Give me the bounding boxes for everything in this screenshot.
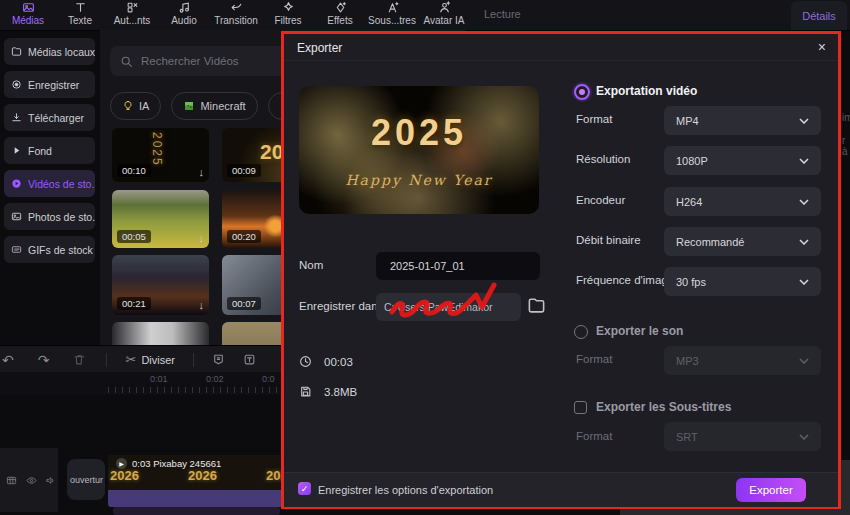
tab-filtres[interactable]: Filtres <box>262 1 314 26</box>
tab-sous-titres[interactable]: Sous...tres <box>366 1 418 26</box>
app-window: Médias Texte Aut...nts Audio Transition … <box>0 0 850 515</box>
encoder-dropdown[interactable]: H264 <box>664 187 821 216</box>
sidebar-item-enregistrer[interactable]: Enregistrer <box>4 71 95 98</box>
bitrate-dropdown[interactable]: Recommandé <box>664 227 821 256</box>
preview-year-text: 2025 <box>299 112 539 154</box>
track-mute-speaker-icon[interactable] <box>45 475 56 486</box>
download-icon[interactable]: ↓ <box>199 167 205 178</box>
track-header <box>0 448 58 512</box>
format-dropdown[interactable]: MP4 <box>664 106 821 135</box>
resolution-dropdown[interactable]: 1080P <box>664 146 821 175</box>
clip-frame-text: 2026 <box>110 468 139 483</box>
format-label: Format <box>576 113 612 125</box>
hidden-text-fragment: r à <box>842 135 850 157</box>
audio-format-value: MP3 <box>676 355 699 367</box>
add-text-icon[interactable] <box>243 353 256 366</box>
subtitle-format-label: Format <box>576 430 612 442</box>
tab-texte[interactable]: Texte <box>54 1 106 26</box>
tag-minecraft[interactable]: Minecraft <box>171 92 257 120</box>
video-thumbnail[interactable]: 00:21 ↓ <box>112 255 209 315</box>
search-icon <box>120 55 133 68</box>
sidebar-item-label: Photos de sto... <box>28 211 95 223</box>
framerate-dropdown[interactable]: 30 fps <box>664 267 821 296</box>
export-name-value: 2025-01-07_01 <box>390 260 465 272</box>
tab-audio[interactable]: Audio <box>158 1 210 26</box>
clip-label: ▶ 0:03 Pixabay 245661 <box>116 458 221 469</box>
download-icon[interactable]: ↓ <box>199 300 205 311</box>
download-icon[interactable]: ↓ <box>199 233 205 244</box>
ruler-tick-label: 0:02 <box>206 374 224 384</box>
tab-effets[interactable]: Effets <box>314 1 366 26</box>
track-type-icon[interactable] <box>6 475 17 486</box>
download-icon <box>11 112 22 123</box>
toolbar-divider <box>106 353 107 367</box>
export-button[interactable]: Exporter <box>736 478 806 502</box>
folder-icon <box>11 46 22 57</box>
tab-details[interactable]: Détails <box>791 1 847 30</box>
marker-icon[interactable] <box>212 353 225 366</box>
bitrate-label: Débit binaire <box>576 234 641 246</box>
subtitle-format-dropdown[interactable]: SRT <box>664 422 821 451</box>
audio-export-radio[interactable] <box>574 325 588 339</box>
save-options-label: Enregistrer les options d'exportation <box>318 484 493 496</box>
browse-folder-button[interactable] <box>527 296 546 315</box>
search-placeholder: Rechercher Vidéos <box>141 55 239 67</box>
thumbnail-overlay-text: 2025 <box>150 132 164 167</box>
trash-icon[interactable] <box>73 353 86 366</box>
name-label: Nom <box>299 259 323 271</box>
opener-clip[interactable]: ouvertur <box>67 459 105 500</box>
video-preview: 2025 Happy New Year <box>299 86 539 214</box>
tab-label: Aut...nts <box>114 15 151 26</box>
tab-autocollants[interactable]: Aut...nts <box>106 1 158 26</box>
main-video-clip[interactable]: 2026 2026 2026 ▶ 0:03 Pixabay 245661 <box>108 455 290 490</box>
gif-icon: GIF <box>11 244 22 255</box>
encoder-value: H264 <box>676 196 702 208</box>
sidebar-item-fond[interactable]: Fond <box>4 137 95 164</box>
clip-name: 0:03 Pixabay 245661 <box>132 458 221 469</box>
hidden-text-fragment: im <box>842 112 850 123</box>
framerate-value: 30 fps <box>676 276 706 288</box>
redo-icon[interactable]: ↷ <box>38 352 50 368</box>
subtitle-a-icon <box>386 1 399 14</box>
chevron-down-icon <box>799 279 809 285</box>
video-thumbnail[interactable]: 2025 00:10 ↓ <box>112 128 209 182</box>
tab-avatar-ia[interactable]: Avatar IA <box>418 1 470 26</box>
tab-label: Audio <box>171 15 197 26</box>
export-duration: 00:03 <box>324 356 353 368</box>
destination-path-input[interactable]: C:/Users/PawEdimakor <box>376 293 521 321</box>
video-thumbnail[interactable] <box>112 322 209 345</box>
subtitle-export-checkbox[interactable] <box>574 401 587 414</box>
audio-strip[interactable] <box>108 490 290 507</box>
audio-format-dropdown[interactable]: MP3 <box>664 346 821 375</box>
split-button[interactable]: ✂ Diviser <box>125 352 175 367</box>
video-export-title: Exportation vidéo <box>596 84 697 98</box>
destination-path-prefix: C:/Users/ <box>384 301 428 313</box>
close-icon[interactable]: × <box>818 39 826 55</box>
floppy-disk-icon <box>299 385 312 398</box>
export-name-input[interactable]: 2025-01-07_01 <box>376 252 540 280</box>
export-filesize: 3.8MB <box>324 386 357 398</box>
video-export-radio[interactable] <box>574 84 590 100</box>
sidebar-item-videos-de-stock[interactable]: Vidéos de sto... <box>4 170 95 197</box>
sidebar-item-gifs-de-stock[interactable]: GIF GIFs de stock <box>4 236 95 263</box>
save-options-checkbox[interactable]: ✓ <box>298 482 311 495</box>
text-track-strip[interactable] <box>113 507 280 515</box>
undo-icon[interactable]: ↶ <box>2 352 14 368</box>
sidebar-item-telecharger[interactable]: Télécharger <box>4 104 95 131</box>
track-visibility-eye-icon[interactable] <box>26 475 37 486</box>
dialog-footer: ✓ Enregistrer les options d'exportation … <box>284 472 838 507</box>
record-icon <box>11 79 22 90</box>
sidebar-item-medias-locaux[interactable]: Médias locaux <box>4 38 95 65</box>
tab-label: Transition <box>214 15 258 26</box>
tab-transition[interactable]: Transition <box>210 1 262 26</box>
sidebar-item-photos-de-stock[interactable]: Photos de sto... <box>4 203 95 230</box>
tag-ia[interactable]: IA <box>110 92 161 120</box>
templates-icon <box>126 1 139 14</box>
filesize-row: 3.8MB <box>299 385 357 398</box>
tab-medias[interactable]: Médias <box>2 1 54 26</box>
sidebar-item-label: Fond <box>28 145 52 157</box>
tab-label: Filtres <box>274 15 301 26</box>
video-thumbnail[interactable]: 00:05 ↓ <box>112 190 209 248</box>
media-icon <box>22 1 35 14</box>
duration-badge: 00:20 <box>227 230 261 243</box>
